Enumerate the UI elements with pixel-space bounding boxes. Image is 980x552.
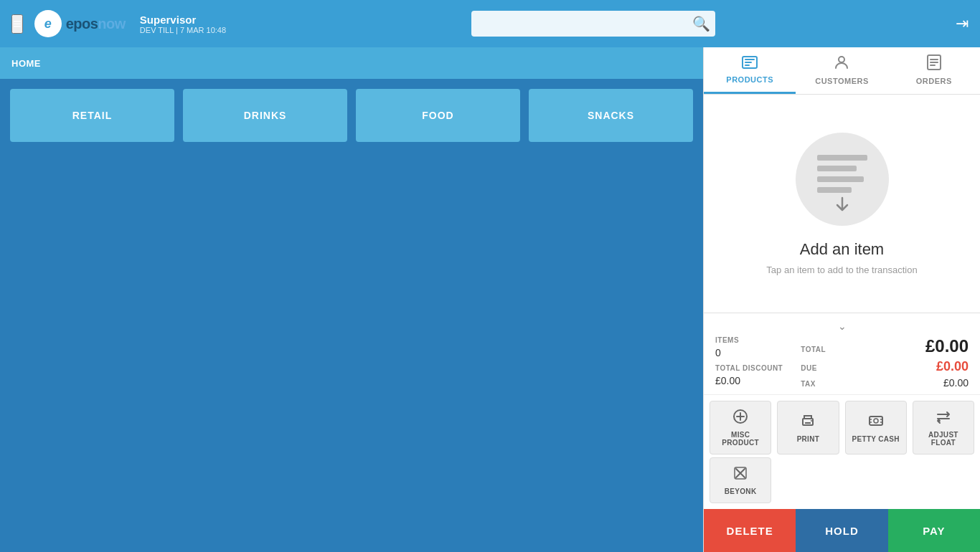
tab-products[interactable]: PRODUCTS: [704, 47, 796, 94]
tax-value: £0.00: [943, 377, 969, 389]
svg-rect-3: [745, 65, 750, 66]
add-item-illustration: [796, 133, 889, 226]
svg-rect-2: [745, 62, 752, 63]
svg-rect-11: [805, 422, 811, 424]
summary-row: ITEMS 0 TOTAL DISCOUNT £0.00 TOTAL £0.00…: [715, 336, 969, 389]
misc-product-icon: [732, 409, 748, 428]
svg-point-14: [874, 419, 878, 423]
print-label: PRINT: [797, 435, 820, 443]
adjust-float-button[interactable]: ADJUST FLOAT: [913, 401, 974, 455]
tab-customers[interactable]: CUSTOMERS: [796, 47, 887, 94]
main-layout: HOME RETAIL DRINKS FOOD SNACKS PR: [0, 47, 980, 552]
breadcrumb: HOME: [11, 58, 41, 69]
print-button[interactable]: PRINT: [777, 401, 839, 455]
right-tabs: PRODUCTS CUSTOMERS: [704, 47, 980, 95]
beyonk-button[interactable]: BEYONK: [710, 457, 771, 503]
orders-icon: [927, 54, 941, 74]
left-panel: HOME RETAIL DRINKS FOOD SNACKS: [0, 47, 703, 552]
total-discount-label: TOTAL DISCOUNT: [715, 364, 783, 372]
arrow-down-icon: [834, 196, 850, 216]
tab-products-label: PRODUCTS: [726, 75, 773, 84]
till-info: DEV TILL | 7 MAR 10:48: [140, 26, 226, 34]
logo-circle: e: [34, 10, 62, 37]
svg-rect-8: [930, 65, 936, 66]
pay-button[interactable]: PAY: [888, 509, 980, 552]
products-icon: [742, 56, 758, 72]
breadcrumb-bar: HOME: [0, 47, 703, 79]
hold-button[interactable]: HOLD: [796, 509, 887, 552]
petty-cash-icon: [868, 413, 884, 432]
logo-text: eposnow: [66, 16, 126, 32]
tab-orders[interactable]: ORDERS: [888, 47, 980, 94]
tax-label: TAX: [801, 380, 816, 388]
total-label: TOTAL: [801, 346, 826, 353]
total-value: £0.00: [925, 336, 969, 356]
category-food[interactable]: FOOD: [356, 89, 520, 142]
svg-point-4: [839, 57, 844, 62]
beyonk-label: BEYONK: [725, 487, 757, 495]
category-drinks[interactable]: DRINKS: [183, 89, 347, 142]
svg-point-12: [811, 420, 812, 422]
add-item-title: Add an item: [800, 240, 884, 259]
print-icon: [800, 413, 816, 432]
svg-rect-1: [745, 59, 755, 60]
misc-product-label: MISC PRODUCT: [713, 431, 768, 447]
action-buttons-row1: MISC PRODUCT PRINT PETTY CASH ADJUST FLO…: [704, 394, 980, 457]
action-buttons-row2: BEYONK: [704, 457, 980, 509]
category-retail[interactable]: RETAIL: [10, 89, 174, 142]
svg-rect-10: [803, 419, 813, 425]
due-value: £0.00: [936, 359, 969, 374]
svg-rect-13: [870, 417, 882, 425]
logo-e-icon: e: [44, 16, 52, 32]
customers-icon: [834, 54, 849, 74]
order-summary: ⌄ ITEMS 0 TOTAL DISCOUNT £0.00 TOTAL £0.…: [704, 313, 980, 394]
items-value: 0: [715, 347, 783, 358]
logo-area: e eposnow: [34, 10, 126, 37]
due-label: DUE: [801, 364, 817, 372]
total-discount-value: £0.00: [715, 375, 783, 386]
summary-right: TOTAL £0.00 DUE £0.00 TAX £0.00: [801, 336, 969, 389]
petty-cash-button[interactable]: PETTY CASH: [845, 401, 907, 455]
tab-customers-label: CUSTOMERS: [815, 77, 869, 85]
logout-button[interactable]: ⇥: [956, 14, 969, 33]
adjust-float-icon: [936, 409, 951, 428]
svg-rect-7: [930, 62, 938, 63]
hamburger-menu[interactable]: ≡: [11, 14, 23, 34]
right-panel: PRODUCTS CUSTOMERS: [703, 47, 980, 552]
category-snacks[interactable]: SNACKS: [529, 89, 693, 142]
supervisor-name: Supervisor: [140, 14, 226, 26]
items-label: ITEMS: [715, 336, 783, 344]
add-item-subtitle: Tap an item to add to the transaction: [766, 265, 917, 275]
adjust-float-label: ADJUST FLOAT: [916, 431, 971, 447]
delete-button[interactable]: DELETE: [704, 509, 796, 552]
search-icon[interactable]: 🔍: [692, 15, 710, 32]
tab-orders-label: ORDERS: [916, 77, 952, 85]
category-grid: RETAIL DRINKS FOOD SNACKS: [0, 79, 703, 152]
petty-cash-label: PETTY CASH: [852, 435, 900, 443]
search-area: 🔍: [237, 11, 944, 37]
add-item-area: Add an item Tap an item to add to the tr…: [704, 95, 980, 313]
search-input[interactable]: [471, 11, 715, 37]
supervisor-info: Supervisor DEV TILL | 7 MAR 10:48: [140, 14, 226, 34]
bottom-buttons: DELETE HOLD PAY: [704, 509, 980, 552]
misc-product-button[interactable]: MISC PRODUCT: [710, 401, 771, 455]
summary-left: ITEMS 0 TOTAL DISCOUNT £0.00: [715, 336, 783, 386]
beyonk-icon: [732, 465, 748, 485]
collapse-button[interactable]: ⌄: [838, 320, 847, 332]
top-header: ≡ e eposnow Supervisor DEV TILL | 7 MAR …: [0, 0, 980, 47]
svg-rect-6: [930, 59, 938, 60]
